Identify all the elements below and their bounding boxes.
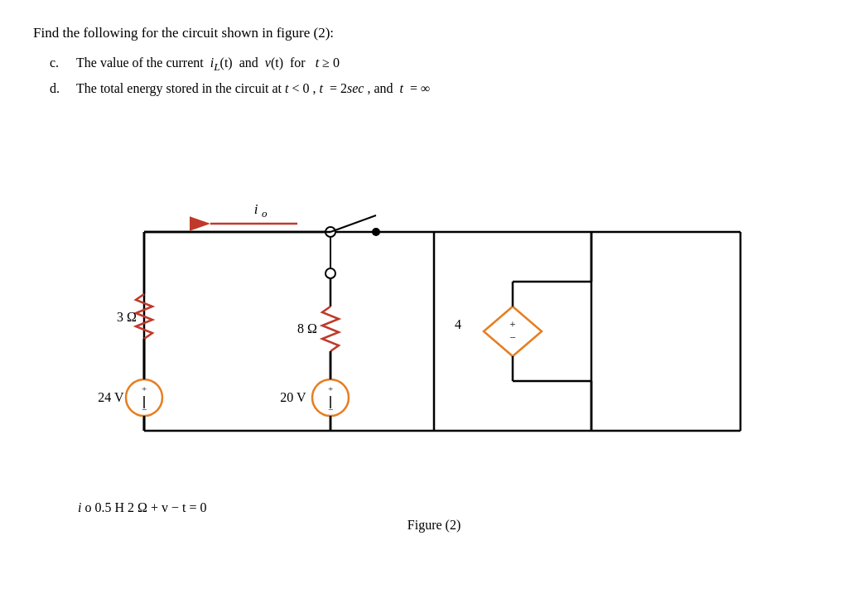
svg-line-9 bbox=[330, 215, 376, 232]
v20-label: 20 V bbox=[280, 390, 306, 404]
v24-label: 24 V bbox=[98, 390, 124, 404]
svg-text:+: + bbox=[509, 318, 515, 331]
v-minus: − bbox=[171, 500, 179, 514]
sub-item-c: c. The value of the current iL(t) and v(… bbox=[50, 51, 835, 77]
svg-text:−: − bbox=[328, 404, 333, 414]
r3-label: 3 Ω bbox=[117, 310, 137, 324]
label-d: d. bbox=[50, 77, 66, 99]
svg-point-10 bbox=[372, 228, 380, 236]
label-c: c. bbox=[50, 51, 66, 77]
switch-label: t = 0 bbox=[182, 500, 206, 514]
io-subscript: o bbox=[262, 207, 268, 220]
figure-label: Figure (2) bbox=[33, 518, 835, 533]
svg-text:+: + bbox=[142, 384, 147, 393]
dep-source-label: 4 bbox=[455, 317, 461, 331]
dep-source-subscript: o bbox=[84, 500, 91, 514]
item-d-text: The total energy stored in the circuit a… bbox=[76, 77, 430, 99]
svg-text:−: − bbox=[509, 331, 515, 344]
v-label: v bbox=[162, 500, 168, 514]
sub-item-d: d. The total energy stored in the circui… bbox=[50, 77, 835, 99]
svg-point-12 bbox=[326, 268, 335, 278]
inductor-label: 0.5 H bbox=[94, 500, 124, 514]
svg-text:−: − bbox=[142, 404, 147, 414]
r8-label: 8 Ω bbox=[297, 321, 317, 335]
r2-label: 2 Ω bbox=[128, 500, 147, 514]
item-c-text: The value of the current iL(t) and v(t) … bbox=[76, 51, 340, 77]
intro-text: Find the following for the circuit shown… bbox=[33, 25, 334, 41]
v-plus: + bbox=[151, 500, 158, 514]
problem-intro: Find the following for the circuit shown… bbox=[33, 25, 835, 41]
io-label: i bbox=[254, 201, 258, 217]
circuit-diagram: i o 3 Ω + − 24 V bbox=[78, 108, 790, 514]
svg-text:+: + bbox=[328, 384, 333, 393]
